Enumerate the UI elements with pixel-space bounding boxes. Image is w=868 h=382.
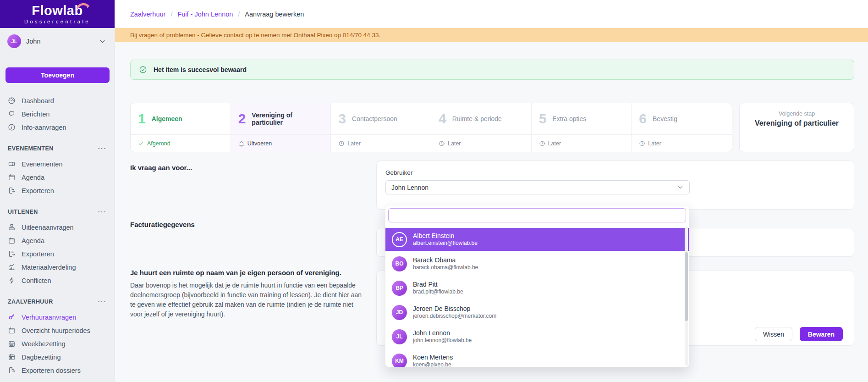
calendar-icon — [8, 237, 16, 244]
chevron-down-icon — [99, 38, 106, 45]
option-email: barack.obama@flowlab.be — [413, 264, 478, 271]
export-icon — [8, 250, 16, 258]
user-avatar: JL — [7, 34, 21, 48]
step-status-later: Later — [331, 134, 431, 152]
sidebar-item-uitleenaanvragen[interactable]: Uitleenaanvragen — [0, 221, 115, 234]
dropdown-option-albert-einstein[interactable]: AE Albert Einstein albert.einstein@flowl… — [385, 228, 689, 251]
calendar-icon — [8, 327, 16, 334]
option-email: john.lennon@flowlab.be — [413, 337, 472, 344]
sidebar-nav: Dashboard Berichten Info-aanvragen EVENE… — [0, 94, 115, 377]
step-status-later: Later — [532, 134, 632, 152]
app-logo[interactable]: Flowlab Dossiercentrale — [0, 0, 115, 28]
sidebar-item-info-aanvragen[interactable]: Info-aanvragen — [0, 121, 115, 134]
sidebar-item-conflicten[interactable]: Conflicten — [0, 274, 115, 287]
wizard-step-contactpersoon[interactable]: 3 Contactpersoon — [331, 103, 431, 134]
sidebar-item-overzicht-huurperiodes[interactable]: Overzicht huurperiodes — [0, 324, 115, 337]
save-button[interactable]: Bewaren — [800, 327, 843, 341]
breadcrumb-link-zaalverhuur[interactable]: Zaalverhuur — [130, 11, 165, 18]
status-label: Afgerond — [147, 140, 170, 147]
option-name: Jeroen De Bisschop — [413, 305, 496, 313]
clock-icon — [338, 140, 345, 147]
sidebar-item-label: Exporteren — [22, 250, 54, 258]
chevron-down-icon — [677, 184, 684, 191]
dropdown-option-koen-mertens[interactable]: KM Koen Mertens koen@pixeo.be — [385, 349, 689, 367]
section-paragraph-huur-info: Daar bovenop is het mogelijk dat je de r… — [130, 281, 363, 319]
brand-subtitle: Dossiercentrale — [24, 19, 90, 24]
option-name: John Lennon — [413, 329, 472, 337]
dropdown-option-jeroen-de-bisschop[interactable]: JD Jeroen De Bisschop jeroen.debisschop@… — [385, 301, 689, 324]
sidebar-item-exporteren-uitlenen[interactable]: Exporteren — [0, 247, 115, 260]
option-name: Albert Einstein — [413, 232, 478, 240]
next-step-label: Vereniging of particulier — [740, 119, 854, 127]
breadcrumb-separator: / — [238, 11, 240, 18]
dropdown-option-brad-pitt[interactable]: BP Brad Pitt brad.pitt@flowlab.be — [385, 277, 689, 299]
ellipsis-icon[interactable]: ··· — [98, 298, 107, 305]
ellipsis-icon[interactable]: ··· — [98, 208, 107, 215]
dropdown-option-john-lennon[interactable]: JL John Lennon john.lennon@flowlab.be — [385, 325, 689, 348]
sidebar-item-label: Agenda — [22, 174, 44, 181]
wizard-step-extra-opties[interactable]: 5 Extra opties — [532, 103, 632, 134]
step-label: Contactpersoon — [352, 115, 397, 122]
sidebar-item-dashboard[interactable]: Dashboard — [0, 94, 115, 107]
success-alert-text: Het item is succesvol bewaard — [154, 66, 247, 73]
ticket-icon — [8, 160, 16, 168]
step-number: 2 — [238, 112, 246, 126]
wizard-step-ruimte-periode[interactable]: 4 Ruimte & periode — [431, 103, 532, 134]
step-number: 1 — [138, 112, 146, 126]
sidebar-item-label: Agenda — [22, 237, 44, 244]
sidebar-item-label: Uitleenaanvragen — [22, 224, 74, 231]
step-wizard: 1 Algemeen 2 Vereniging of particulier 3… — [130, 103, 732, 152]
clear-button[interactable]: Wissen — [755, 327, 792, 341]
sidebar-item-berichten[interactable]: Berichten — [0, 107, 115, 121]
clock-icon — [639, 140, 645, 147]
avatar: AE — [392, 232, 407, 247]
lend-icon — [8, 223, 16, 231]
step-status-uitvoeren: Uitvoeren — [231, 134, 331, 152]
section-title: ZAALVERHUUR — [8, 299, 53, 305]
step-status-afgerond: Afgerond — [131, 134, 231, 152]
option-name: Brad Pitt — [413, 281, 463, 288]
step-number: 3 — [338, 112, 346, 126]
sidebar-item-label: Weekbezetting — [22, 340, 66, 348]
sidebar-item-dagbezetting[interactable]: Dagbezetting — [0, 350, 115, 364]
breadcrumb: Zaalverhuur / Fuif - John Lennon / Aanvr… — [115, 0, 868, 28]
sidebar-item-exporteren-evenementen[interactable]: Exporteren — [0, 184, 115, 197]
gebruiker-dropdown: AE Albert Einstein albert.einstein@flowl… — [385, 205, 689, 367]
avatar: BP — [392, 281, 407, 296]
gauge-icon — [8, 97, 16, 105]
dropdown-scrollbar[interactable] — [685, 227, 688, 365]
sidebar-item-materiaalverdeling[interactable]: Materiaalverdeling — [0, 260, 115, 274]
sidebar-item-evenementen[interactable]: Evenementen — [0, 157, 115, 171]
export-icon — [8, 187, 16, 194]
sidebar-item-exporteren-dossiers[interactable]: Exporteren dossiers — [0, 364, 115, 377]
sidebar-item-agenda-evenementen[interactable]: Agenda — [0, 171, 115, 184]
dropdown-option-barack-obama[interactable]: BO Barack Obama barack.obama@flowlab.be — [385, 252, 689, 275]
step-status-later: Later — [431, 134, 532, 152]
sidebar-item-label: Verhuuraanvragen — [22, 314, 76, 321]
sidebar-item-agenda-uitlenen[interactable]: Agenda — [0, 234, 115, 247]
sidebar-item-weekbezetting[interactable]: Weekbezetting — [0, 337, 115, 350]
scrollbar-thumb[interactable] — [685, 252, 688, 321]
export-icon — [8, 366, 16, 374]
sidebar-item-verhuuraanvragen[interactable]: Verhuuraanvragen — [0, 310, 115, 324]
sidebar-section-zaalverhuur: ZAALVERHUUR ··· — [0, 298, 115, 305]
dropdown-search-input[interactable] — [388, 208, 686, 222]
wizard-step-vereniging[interactable]: 2 Vereniging of particulier — [231, 103, 331, 134]
sidebar-item-label: Exporteren — [22, 187, 54, 194]
wizard-step-algemeen[interactable]: 1 Algemeen — [131, 103, 231, 134]
add-button[interactable]: Toevoegen — [5, 67, 110, 83]
sidebar-item-label: Materiaalverdeling — [22, 264, 76, 271]
user-menu[interactable]: JL John — [0, 28, 115, 53]
breadcrumb-link-dossier[interactable]: Fuif - John Lennon — [177, 11, 233, 18]
next-step-caption: Volgende stap — [740, 111, 854, 117]
status-label: Later — [448, 140, 461, 147]
gebruiker-select[interactable]: John Lennon — [385, 180, 690, 194]
step-label: Ruimte & periode — [452, 115, 502, 122]
breadcrumb-current: Aanvraag bewerken — [245, 11, 304, 18]
step-number: 5 — [539, 112, 547, 126]
sidebar-item-label: Exporteren dossiers — [22, 367, 81, 374]
wizard-step-bevestig[interactable]: 6 Bevestig — [632, 103, 732, 134]
ellipsis-icon[interactable]: ··· — [98, 145, 107, 152]
sidebar-item-label: Evenementen — [22, 161, 62, 168]
section-title: UITLENEN — [8, 209, 38, 215]
